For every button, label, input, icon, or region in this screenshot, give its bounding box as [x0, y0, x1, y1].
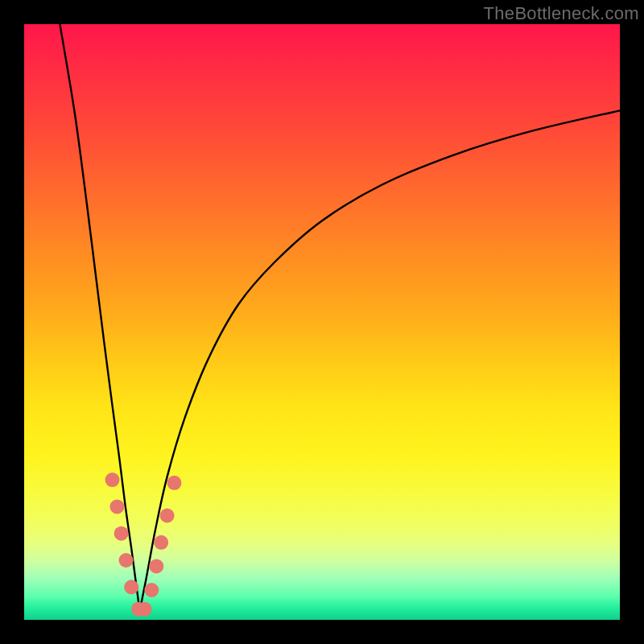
marker-dot [144, 583, 159, 597]
marker-dot [105, 473, 120, 487]
watermark-text: TheBottleneck.com [484, 3, 639, 24]
plot-area [24, 24, 620, 620]
marker-dot [119, 553, 134, 568]
chart-svg [24, 24, 620, 620]
marker-dot [149, 559, 163, 573]
chart-frame: TheBottleneck.com [0, 0, 644, 644]
curve-left-branch [60, 24, 139, 611]
marker-dot [167, 476, 181, 490]
marker-dot [137, 602, 151, 617]
marker-dot [109, 499, 124, 514]
marker-dot [160, 509, 175, 523]
marker-dot [124, 580, 138, 594]
curve-right-branch [140, 110, 620, 611]
marker-dot [114, 526, 129, 541]
marker-dot [154, 535, 168, 550]
